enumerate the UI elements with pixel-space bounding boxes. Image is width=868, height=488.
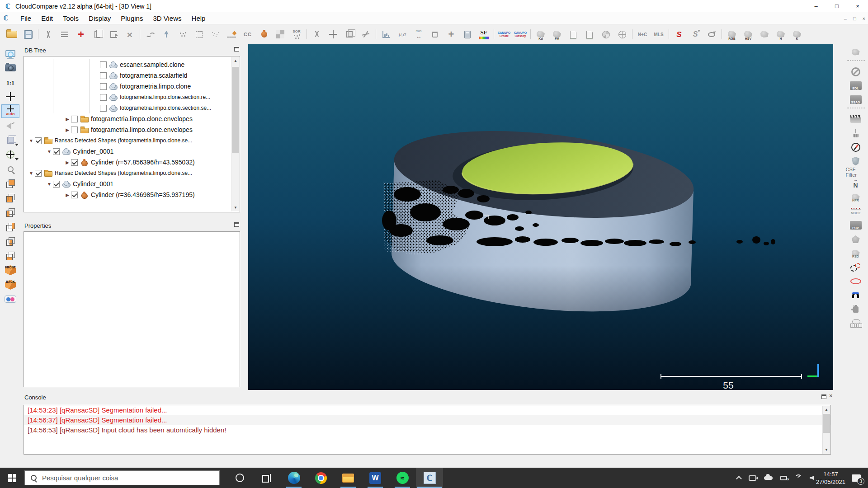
ellipser-icon[interactable]: [846, 274, 866, 288]
tree-item-label[interactable]: Cylinder (r=57.856396/h=43.595032): [91, 159, 195, 166]
open-button[interactable]: [4, 26, 20, 43]
tree-item-label[interactable]: fotogrametria.limpo.clone.section.se...: [120, 105, 211, 111]
poisson-recon-icon[interactable]: [846, 288, 866, 302]
menu-item[interactable]: Plugins: [116, 12, 148, 24]
cloud-layers-icon[interactable]: [846, 316, 866, 330]
visibility-checkbox[interactable]: [71, 127, 78, 133]
visibility-checkbox[interactable]: [35, 170, 42, 177]
point-pair-align-button[interactable]: CC: [240, 26, 256, 43]
taskbar-cortana-button[interactable]: [226, 468, 253, 488]
visibility-checkbox[interactable]: [53, 148, 60, 155]
tray-wifi-icon[interactable]: [795, 474, 802, 482]
tree-item-label[interactable]: Cylinder (r=36.436985/h=35.937195): [91, 191, 195, 198]
view-bottom-icon[interactable]: [1, 249, 19, 263]
display-options-icon[interactable]: [1, 47, 19, 60]
stereo-icon[interactable]: [1, 292, 19, 306]
view-front-icon[interactable]: [1, 191, 19, 205]
view-right-icon[interactable]: [1, 235, 19, 248]
subsample-button[interactable]: [175, 26, 191, 43]
animation-icon[interactable]: [846, 112, 866, 126]
canupo-create-button[interactable]: CANUPO Create: [496, 26, 512, 43]
compass-icon[interactable]: [846, 140, 866, 154]
sor-filter-button[interactable]: SOR: [288, 26, 305, 43]
zoom-icon[interactable]: [1, 162, 19, 176]
properties-float-button[interactable]: [234, 222, 239, 227]
plugin-rock-icon[interactable]: [846, 45, 866, 59]
fine-registration-button[interactable]: [256, 26, 272, 43]
tree-item-label[interactable]: Cylinder_0001: [73, 180, 113, 188]
taskbar-taskview-button[interactable]: [253, 468, 280, 488]
sphere-render-button[interactable]: [598, 26, 614, 43]
tree-item-label[interactable]: fotogrametria.limpo.clone.section.re...: [120, 94, 210, 100]
hough-normals-button[interactable]: H: [773, 26, 789, 43]
clone-button[interactable]: [89, 26, 105, 43]
expand-arrow[interactable]: ▶: [64, 160, 71, 165]
view-iso-front-icon[interactable]: FRONT: [1, 263, 19, 277]
notification-center-button[interactable]: 3: [847, 468, 865, 488]
point-picker-icon[interactable]: [846, 302, 866, 316]
interactive-segmentation-button[interactable]: [223, 26, 240, 43]
auto-pick-center-icon[interactable]: auto: [1, 104, 19, 118]
visibility-checkbox[interactable]: [100, 61, 107, 68]
mdi-close-button[interactable]: ×: [863, 16, 865, 21]
cross-section-button[interactable]: [309, 26, 325, 43]
scrollbar-thumb[interactable]: [232, 67, 239, 153]
normals-curvature-button[interactable]: N+C: [634, 26, 651, 43]
scrollbar-thumb[interactable]: [823, 414, 830, 433]
apply-transformation-button[interactable]: [105, 26, 122, 43]
rsd-icon[interactable]: RSD: [846, 246, 866, 260]
normals-arrow-icon[interactable]: → N: [846, 176, 866, 190]
visibility-checkbox[interactable]: [35, 137, 42, 144]
tree-item-label[interactable]: fotogrametria.limpo.clone.envelopes: [91, 126, 193, 133]
canupo-classify-button[interactable]: CANUPO Classify: [512, 26, 528, 43]
tree-item-label[interactable]: Ransac Detected Shapes (fotogrametria.li…: [55, 170, 192, 176]
pivot-visibility-icon[interactable]: [1, 148, 19, 161]
db-tree-float-button[interactable]: [234, 47, 239, 52]
broom-icon[interactable]: [846, 126, 866, 140]
minimize-button[interactable]: –: [806, 0, 826, 12]
console-close-button[interactable]: ×: [829, 392, 833, 399]
histogram-button[interactable]: [378, 26, 394, 43]
expand-arrow[interactable]: ▶: [64, 192, 71, 197]
taskbar-edge-button[interactable]: [280, 468, 307, 488]
menu-item[interactable]: Tools: [58, 12, 84, 24]
maximize-button[interactable]: □: [826, 0, 847, 12]
visibility-checkbox[interactable]: [71, 116, 78, 122]
tree-item-label[interactable]: Cylinder_0001: [73, 148, 113, 155]
taskbar-spotify-button[interactable]: ≈: [389, 468, 416, 488]
csf-filter-icon[interactable]: [846, 154, 866, 168]
visibility-checkbox[interactable]: [71, 159, 78, 166]
ssao-shader-icon[interactable]: SSAO: [846, 93, 866, 107]
clipping-box-button[interactable]: [341, 26, 358, 43]
fm-button[interactable]: FM: [549, 26, 565, 43]
scroll-down-icon[interactable]: ▼: [232, 204, 239, 211]
perspective-icon[interactable]: [1, 133, 19, 147]
cork-gears-icon[interactable]: [846, 260, 866, 274]
set-view-icon[interactable]: [1, 119, 19, 132]
sf-colorscale-button[interactable]: SF: [476, 26, 492, 43]
octree-button[interactable]: [191, 26, 207, 43]
taskbar-clock[interactable]: 14:57 27/05/2021: [816, 468, 845, 488]
compute-normals-button[interactable]: [158, 26, 175, 43]
scroll-up-icon[interactable]: ▲: [823, 406, 830, 413]
view-back-icon[interactable]: [1, 220, 19, 234]
mdi-restore-button[interactable]: □: [853, 16, 856, 21]
picking-tools-button[interactable]: [40, 26, 57, 43]
mesh-sampling-button[interactable]: [207, 26, 223, 43]
visibility-checkbox[interactable]: [100, 83, 107, 90]
visibility-checkbox[interactable]: [100, 72, 107, 79]
screenshot-icon[interactable]: [1, 61, 19, 75]
scroll-down-icon[interactable]: ▼: [823, 446, 830, 454]
kmeans-button[interactable]: K: [789, 26, 805, 43]
toolbar-button[interactable]: [492, 28, 496, 41]
tray-volume-icon[interactable]: [810, 476, 814, 480]
pick-rotation-center-icon[interactable]: [1, 90, 19, 103]
properties-button[interactable]: [57, 26, 73, 43]
hsv-filter-button[interactable]: HSV: [740, 26, 756, 43]
expand-arrow[interactable]: ▼: [46, 149, 53, 154]
zoom-1-1-icon[interactable]: 1:1: [1, 75, 19, 89]
taskbar-search-input[interactable]: Pesquisar qualquer coisa: [24, 470, 220, 485]
scroll-up-icon[interactable]: ▲: [232, 57, 239, 65]
view-iso-back-icon[interactable]: BACK: [1, 278, 19, 291]
menu-item[interactable]: File: [15, 12, 36, 24]
